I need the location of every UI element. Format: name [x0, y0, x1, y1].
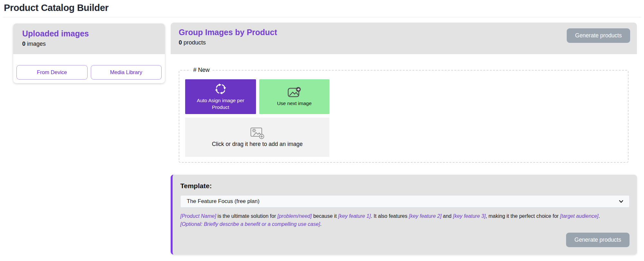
uploaded-images-count: 0 images: [22, 41, 156, 47]
auto-assign-image-label: Auto Asign image per Product: [190, 97, 251, 111]
auto-assign-image-button[interactable]: Auto Asign image per Product: [185, 79, 256, 114]
generate-products-button-top[interactable]: Generate products: [567, 28, 630, 43]
new-group-actions: Auto Asign image per Product Use next im…: [185, 79, 622, 114]
product-catalog-builder-page: Product Catalog Builder Uploaded images …: [0, 0, 644, 261]
template-placeholder: [key feature 2]: [409, 213, 441, 219]
template-text-run: . It also features: [371, 213, 409, 219]
group-images-count-label: products: [184, 39, 206, 46]
template-text-run: is the ultimate solution for: [216, 213, 277, 219]
dropzone-label: Click or drag it here to add an image: [212, 141, 303, 148]
generate-products-button-bottom[interactable]: Generate products: [566, 233, 630, 247]
template-placeholder: [Optional: Briefly describe a benefit or…: [180, 221, 320, 227]
new-product-group: # New: [179, 67, 629, 163]
group-images-body: # New: [171, 54, 637, 175]
template-label: Template:: [180, 182, 630, 190]
uploaded-images-header: Uploaded images 0 images: [13, 24, 165, 54]
template-placeholder: [problem/need]: [277, 213, 312, 219]
template-select[interactable]: The Feature Focus (free plan): [180, 195, 630, 208]
template-text-run: .: [599, 213, 600, 219]
page-title: Product Catalog Builder: [4, 3, 109, 13]
template-footer: Generate products: [180, 233, 630, 247]
template-text-run: and: [441, 213, 453, 219]
image-next-icon: [287, 86, 301, 98]
template-section: Template: The Feature Focus (free plan) …: [171, 175, 637, 255]
image-dropzone[interactable]: Click or drag it here to add an image: [185, 118, 329, 157]
group-images-header: Group Images by Product 0 products Gener…: [171, 23, 637, 54]
template-text-run: , making it the perfect choice for: [486, 213, 560, 219]
uploaded-images-title: Uploaded images: [22, 29, 156, 38]
template-placeholder: [target audience]: [560, 213, 598, 219]
template-select-value: The Feature Focus (free plan): [187, 198, 260, 205]
uploaded-images-count-value: 0: [22, 41, 25, 47]
template-preview-text: [Product Name] is the ultimate solution …: [180, 212, 630, 228]
new-product-group-legend: # New: [190, 67, 213, 73]
use-next-image-button[interactable]: Use next image: [259, 79, 329, 114]
media-library-button[interactable]: Media Library: [91, 65, 162, 80]
template-text-run: .: [320, 221, 321, 227]
uploaded-images-count-label: images: [27, 41, 46, 47]
cycle-arrows-icon: [214, 83, 227, 95]
group-images-count: 0 products: [179, 39, 629, 46]
template-placeholder: [key feature 1]: [338, 213, 371, 219]
template-placeholder: [key feature 3]: [453, 213, 486, 219]
uploaded-images-panel: Uploaded images 0 images From Device Med…: [13, 24, 165, 83]
group-images-title: Group Images by Product: [179, 28, 629, 37]
from-device-button[interactable]: From Device: [16, 65, 88, 80]
add-image-icon: [250, 127, 265, 139]
uploaded-images-actions: From Device Media Library: [13, 54, 165, 80]
group-images-panel: Group Images by Product 0 products Gener…: [171, 23, 637, 255]
chevron-down-icon: [618, 198, 624, 205]
header-divider: [3, 17, 641, 17]
use-next-image-label: Use next image: [277, 100, 312, 107]
template-text-run: because it: [312, 213, 338, 219]
group-images-count-value: 0: [179, 39, 182, 46]
template-placeholder: [Product Name]: [180, 213, 216, 219]
